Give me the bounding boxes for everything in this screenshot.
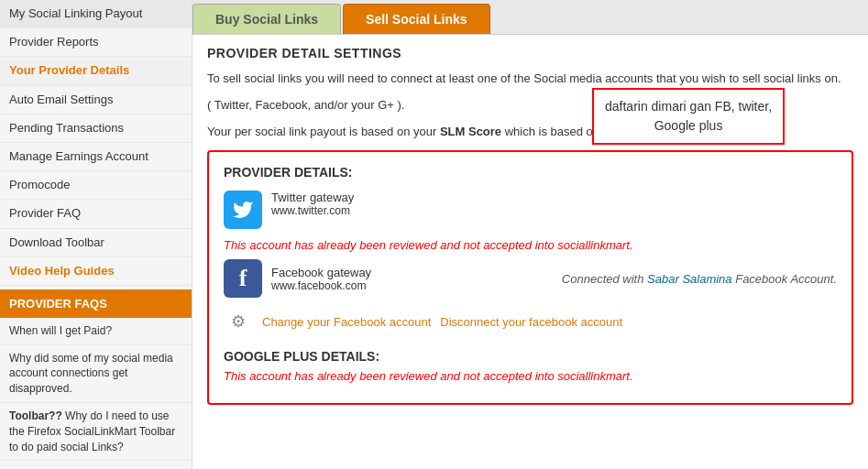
provider-details-box: PROVIDER DETAILS: Twitter gateway www.tw… [207, 150, 853, 405]
main-content: Buy Social Links Sell Social Links dafta… [192, 0, 868, 469]
twitter-icon [224, 191, 262, 229]
sidebar-item-provider-faq[interactable]: Provider FAQ [0, 200, 192, 228]
sidebar-faq-item-2[interactable]: Why did some of my social media account … [0, 345, 192, 403]
facebook-info: Facebook gateway www.facebook.com [271, 266, 562, 292]
description-1: To sell social links you will need to co… [207, 70, 853, 89]
change-facebook-account-link[interactable]: Change your Facebook account [262, 315, 431, 329]
sidebar-item-pending-transactions[interactable]: Pending Transactions [0, 115, 192, 143]
sidebar-item-download-toolbar[interactable]: Download Toolbar [0, 229, 192, 257]
sidebar-item-manage-earnings-account[interactable]: Manage Earnings Account [0, 143, 192, 171]
tab-sell-social-links[interactable]: Sell Social Links [343, 4, 490, 34]
sidebar-item-video-help-guides[interactable]: Video Help Guides [0, 257, 192, 286]
disconnect-facebook-account-link[interactable]: Disconnect your facebook account [440, 315, 622, 329]
sidebar-faq-item-3[interactable]: Toolbar?? Why do I need to use the Firef… [0, 403, 192, 461]
facebook-connected: Connected with Sabar Salamina Facebook A… [562, 272, 837, 286]
tabs-row: Buy Social Links Sell Social Links [192, 0, 868, 35]
facebook-actions: ⚙ Change your Facebook account Disconnec… [224, 307, 837, 336]
sidebar: My Social Linking Payout Provider Report… [0, 0, 192, 469]
twitter-info: Twitter gateway www.twitter.com [271, 191, 837, 217]
provider-details-title: PROVIDER DETAILS: [224, 165, 837, 180]
sidebar-faq-item-4[interactable]: How can I improve my SLM score? [0, 461, 192, 469]
sidebar-section-your-provider-details: Your Provider Details [0, 57, 192, 85]
twitter-row: Twitter gateway www.twitter.com [224, 191, 837, 229]
sidebar-faq-item-1[interactable]: When will I get Paid? [0, 318, 192, 345]
section-title: PROVIDER DETAIL SETTINGS [207, 46, 853, 60]
page-body: daftarin dimari gan FB, twiter, Google p… [192, 35, 868, 469]
facebook-row: f Facebook gateway www.facebook.com Conn… [224, 259, 837, 298]
sidebar-item-social-linking-payout[interactable]: My Social Linking Payout [0, 0, 192, 28]
facebook-connected-name[interactable]: Sabar Salamina [647, 272, 732, 286]
sidebar-item-auto-email-settings[interactable]: Auto Email Settings [0, 86, 192, 115]
annotation-box: daftarin dimari gan FB, twiter, Google p… [592, 88, 785, 145]
google-plus-error: This account has already been reviewed a… [224, 369, 837, 383]
sidebar-item-provider-reports[interactable]: Provider Reports [0, 28, 192, 57]
tab-buy-social-links[interactable]: Buy Social Links [192, 4, 341, 34]
facebook-icon: f [224, 259, 262, 298]
twitter-error: This account has already been reviewed a… [224, 238, 837, 252]
sidebar-item-promocode[interactable]: Promocode [0, 171, 192, 200]
gear-icon: ⚙ [224, 307, 253, 336]
google-plus-title: GOOGLE PLUS DETAILS: [224, 349, 837, 364]
sidebar-provider-faqs-header: PROVIDER FAQS [0, 289, 192, 318]
